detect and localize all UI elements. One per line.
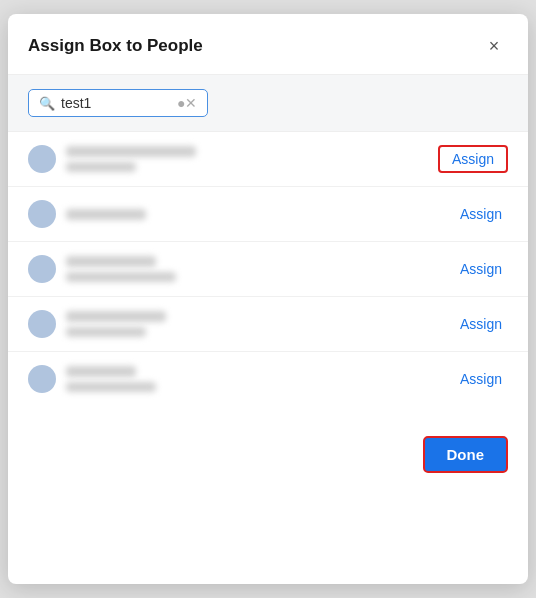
person-name-line xyxy=(66,366,136,377)
clear-search-button[interactable]: ●✕ xyxy=(177,95,197,111)
assign-button-1[interactable]: Assign xyxy=(438,145,508,173)
person-info-wrap xyxy=(28,310,166,338)
list-item: Assign xyxy=(8,242,528,297)
avatar xyxy=(28,365,56,393)
person-info xyxy=(66,209,146,220)
person-name-line xyxy=(66,146,196,157)
avatar xyxy=(28,200,56,228)
avatar xyxy=(28,255,56,283)
person-info-wrap xyxy=(28,200,146,228)
person-info-wrap xyxy=(28,365,156,393)
person-info xyxy=(66,256,176,282)
person-info xyxy=(66,311,166,337)
list-item: Assign xyxy=(8,352,528,406)
modal-title: Assign Box to People xyxy=(28,36,203,56)
search-input[interactable] xyxy=(61,95,171,111)
people-list: Assign Assign Assign xyxy=(8,132,528,406)
person-info-wrap xyxy=(28,255,176,283)
done-button[interactable]: Done xyxy=(423,436,509,473)
person-email-line xyxy=(66,272,176,282)
person-email-line xyxy=(66,162,136,172)
avatar xyxy=(28,145,56,173)
assign-button-3[interactable]: Assign xyxy=(454,259,508,279)
avatar xyxy=(28,310,56,338)
assign-button-5[interactable]: Assign xyxy=(454,369,508,389)
person-info xyxy=(66,366,156,392)
list-item: Assign xyxy=(8,187,528,242)
person-info-wrap xyxy=(28,145,196,173)
person-info xyxy=(66,146,196,172)
assign-box-modal: Assign Box to People × 🔍 ●✕ Assign xyxy=(8,14,528,584)
person-name-line xyxy=(66,256,156,267)
assign-button-2[interactable]: Assign xyxy=(454,204,508,224)
list-item: Assign xyxy=(8,297,528,352)
person-name-line xyxy=(66,209,146,220)
search-area: 🔍 ●✕ xyxy=(8,75,528,132)
person-email-line xyxy=(66,382,156,392)
assign-button-4[interactable]: Assign xyxy=(454,314,508,334)
search-input-wrap: 🔍 ●✕ xyxy=(28,89,208,117)
close-button[interactable]: × xyxy=(480,32,508,60)
person-name-line xyxy=(66,311,166,322)
person-email-line xyxy=(66,327,146,337)
done-area: Done xyxy=(8,416,528,493)
search-icon: 🔍 xyxy=(39,96,55,111)
list-item: Assign xyxy=(8,132,528,187)
modal-header: Assign Box to People × xyxy=(8,14,528,75)
